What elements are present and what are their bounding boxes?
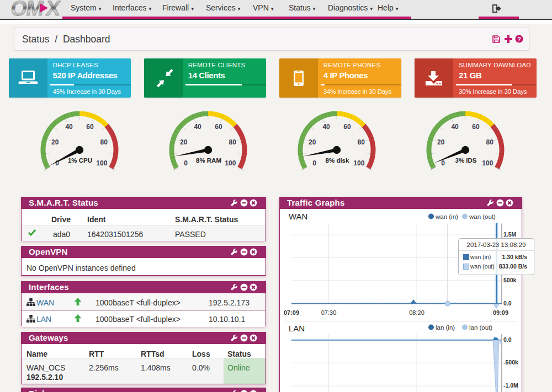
svg-text:07:09: 07:09 [284,309,299,316]
svg-text:-500k: -500k [503,359,518,366]
svg-text:20: 20 [437,138,445,146]
svg-text:80: 80 [486,138,493,146]
svg-text:8% RAM: 8% RAM [196,157,221,164]
svg-text:0: 0 [184,159,188,167]
svg-text:-1.0M: -1.0M [503,382,518,389]
svg-text:lan (out): lan (out) [469,324,492,330]
svg-text:lan (in): lan (in) [436,324,455,330]
svg-text:100: 100 [482,159,493,167]
svg-text:500k: 500k [503,276,517,283]
svg-text:20: 20 [180,138,188,146]
svg-text:100: 100 [225,159,236,167]
svg-text:08:20: 08:20 [409,309,424,316]
svg-text:0.0: 0.0 [503,299,512,306]
svg-text:100: 100 [96,159,107,167]
svg-text:20: 20 [51,138,59,146]
svg-text:80: 80 [357,138,365,146]
svg-text:?: ? [517,36,521,42]
svg-text:60: 60 [86,123,94,131]
svg-text:60: 60 [343,123,351,131]
svg-text:wan (in): wan (in) [435,213,458,219]
svg-text:40: 40 [322,123,330,131]
svg-text:40: 40 [194,123,201,131]
svg-text:100: 100 [353,159,364,167]
svg-text:09:09: 09:09 [493,309,508,316]
svg-text:60: 60 [472,123,480,131]
svg-text:WAN: WAN [289,211,307,221]
svg-text:60: 60 [215,123,222,131]
svg-text:3% IDS: 3% IDS [455,157,476,164]
svg-text:40: 40 [451,123,459,131]
svg-text:1.5M: 1.5M [503,231,517,238]
svg-text:0.0: 0.0 [503,336,512,343]
svg-text:wan (out): wan (out) [469,213,496,219]
svg-text:1% CPU: 1% CPU [68,157,92,164]
svg-text:0: 0 [312,159,316,167]
svg-text:8% disk: 8% disk [325,157,349,164]
svg-text:20: 20 [309,138,316,146]
svg-text:80: 80 [229,138,237,146]
svg-text:LAN: LAN [289,323,305,332]
svg-text:X: X [45,0,62,17]
svg-text:40: 40 [65,123,73,131]
svg-text:07:30: 07:30 [321,309,337,316]
svg-text:80: 80 [100,138,108,146]
